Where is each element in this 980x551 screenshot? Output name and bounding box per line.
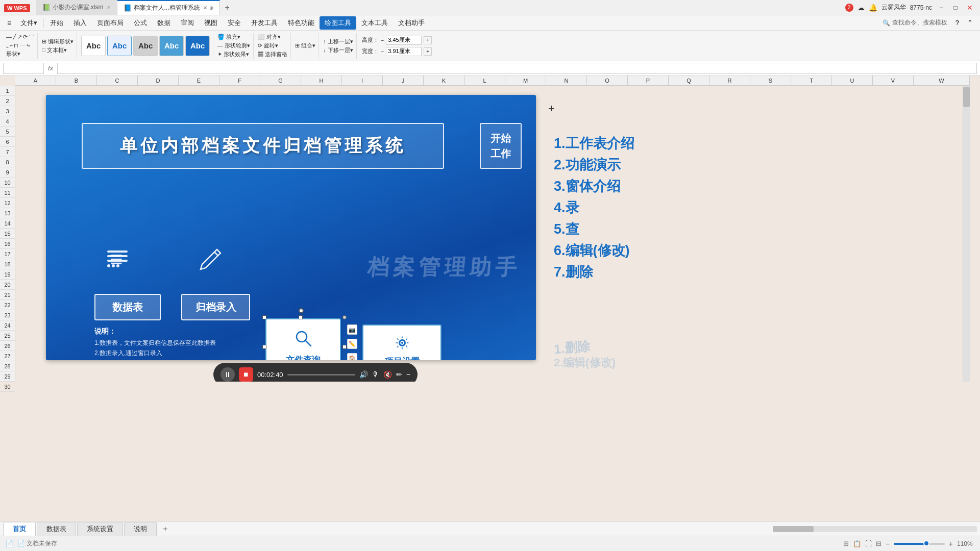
menu-page-layout[interactable]: 页面布局 <box>92 16 129 30</box>
menu-dev-tools[interactable]: 开发工具 <box>246 16 283 30</box>
sidebar-item-7[interactable]: 7.删除 <box>554 263 634 281</box>
menu-data[interactable]: 数据 <box>152 16 176 30</box>
sidebar-item-4[interactable]: 4.录 <box>554 198 634 217</box>
effect-btn[interactable]: ✦ 形状效果▾ <box>217 51 250 58</box>
media-icon-4[interactable]: ✏ <box>396 370 402 379</box>
cloud-icon[interactable]: ☁ <box>857 4 865 12</box>
menu-draw-tool[interactable]: 绘图工具 <box>320 16 356 30</box>
style-btn-4[interactable]: Abc <box>159 36 184 56</box>
namebox[interactable] <box>3 63 44 74</box>
maximize-btn[interactable]: □ <box>950 3 961 13</box>
col-U: U <box>832 76 873 85</box>
tab-xlsm[interactable]: 📗 小影办公课室.xlsm ✕ <box>36 0 117 15</box>
align-btn[interactable]: ⬜ 对齐▾ <box>258 33 287 41</box>
col-G: G <box>260 76 301 85</box>
menu-hamburger[interactable]: ≡ <box>3 17 15 29</box>
close-btn[interactable]: ✕ <box>965 3 975 13</box>
text-box-btn[interactable]: □ 文本框▾ <box>42 46 74 54</box>
select-pane-btn[interactable]: ☰ 选择窗格 <box>258 51 287 58</box>
col-R: R <box>709 76 750 85</box>
minimize-btn[interactable]: − <box>936 3 946 13</box>
fill-btn[interactable]: 🪣 填充▾ <box>217 33 250 41</box>
zoom-slider[interactable] <box>894 543 945 545</box>
shape-btn[interactable]: 形状▾ <box>6 50 34 58</box>
volume-icon[interactable]: 🔊 <box>359 370 368 379</box>
style-btn-5[interactable]: Abc <box>185 36 210 56</box>
send-back-btn[interactable]: ↓ 下移一层▾ <box>323 46 353 54</box>
bell-icon[interactable]: 🔔 <box>869 4 877 12</box>
menu-view[interactable]: 视图 <box>199 16 223 30</box>
vertical-scrollbar[interactable] <box>963 86 970 382</box>
sidebar-item-5[interactable]: 5.查 <box>554 220 634 238</box>
menu-doc-helper[interactable]: 文档助手 <box>393 16 430 30</box>
view-page-icon[interactable]: 📋 <box>853 540 861 547</box>
zoom-in-btn[interactable]: + <box>949 540 953 548</box>
expand-btn[interactable]: ⌃ <box>963 17 977 29</box>
row-29: 29 <box>0 371 15 382</box>
col-J: J <box>383 76 424 85</box>
media-icon-5[interactable]: − <box>406 370 410 379</box>
menu-review[interactable]: 审阅 <box>176 16 199 30</box>
sel-handle-tl <box>262 315 266 319</box>
rotate-btn[interactable]: ⟳ 旋转▾ <box>258 42 287 49</box>
width-label: 宽度： <box>362 47 379 55</box>
sidebar-item-2[interactable]: 2.功能演示 <box>554 156 634 174</box>
menu-home[interactable]: 开始 <box>45 16 68 30</box>
sheet-add-btn[interactable]: + <box>158 522 173 536</box>
search-bar[interactable]: 🔍查找命令、搜索模板 <box>878 18 951 27</box>
stop-btn[interactable]: ⏹ <box>239 367 253 382</box>
media-icon-2[interactable]: 🎙 <box>372 370 379 379</box>
zoom-level: 110% <box>957 540 975 547</box>
view-normal-icon[interactable]: ⊞ <box>843 540 849 547</box>
notification-badge[interactable]: 2 <box>845 4 853 12</box>
view-full-icon[interactable]: ⛶ <box>865 540 872 547</box>
resolution: 8775-nc <box>910 4 932 11</box>
menu-special[interactable]: 特色功能 <box>283 16 320 30</box>
height-plus[interactable]: + <box>424 36 432 44</box>
style-btn-1[interactable]: Abc <box>81 36 106 56</box>
sheet-tab-data[interactable]: 数据表 <box>37 522 76 536</box>
data-table-btn[interactable]: 数据表 <box>94 294 161 320</box>
style-btn-2[interactable]: Abc <box>107 36 132 56</box>
menu-formula[interactable]: 公式 <box>129 16 152 30</box>
outline-btn[interactable]: — 形状轮廓▾ <box>217 42 250 49</box>
group-btn[interactable]: ⊞ 组合▾ <box>295 42 315 49</box>
row-19: 19 <box>0 269 15 280</box>
sheet-tab-settings[interactable]: 系统设置 <box>77 522 123 536</box>
formula-input[interactable] <box>57 63 977 74</box>
height-input[interactable] <box>386 36 422 45</box>
bring-forward-btn[interactable]: ↑ 上移一层▾ <box>323 38 353 45</box>
archive-input-btn[interactable]: 归档录入 <box>181 294 250 320</box>
rotate-handle[interactable] <box>299 308 304 313</box>
media-icon-3[interactable]: 🔇 <box>383 370 392 379</box>
tab-active[interactable]: 📘 档案文件人...档管理系统 ✕ ⊕ <box>117 0 220 15</box>
sel-handle-mr <box>342 345 347 349</box>
tab-add[interactable]: + <box>220 3 235 12</box>
help-btn[interactable]: ? <box>951 17 963 29</box>
menu-insert[interactable]: 插入 <box>68 16 92 30</box>
svg-line-1 <box>305 340 311 346</box>
menu-security[interactable]: 安全 <box>223 16 246 30</box>
row-1: 1 <box>0 86 15 96</box>
proj-settings-box[interactable]: 项目设置 <box>362 324 442 360</box>
menu-text-tool[interactable]: 文本工具 <box>356 16 393 30</box>
sidebar-item-6[interactable]: 6.编辑(修改) <box>554 241 634 260</box>
media-progress-bar[interactable] <box>287 374 355 375</box>
view-split-icon[interactable]: ⊟ <box>876 540 881 547</box>
row-23: 23 <box>0 310 15 320</box>
sidebar-item-1[interactable]: 1.工作表介绍 <box>554 134 634 153</box>
start-work-btn[interactable]: 开始工作 <box>480 123 522 169</box>
width-plus[interactable]: + <box>424 47 432 56</box>
zoom-out-btn[interactable]: − <box>886 540 890 548</box>
style-btn-3[interactable]: Abc <box>133 36 158 56</box>
sheet-tab-notes[interactable]: 说明 <box>124 522 157 536</box>
width-input[interactable] <box>386 47 422 56</box>
wps-logo[interactable]: W WPS <box>0 2 34 13</box>
edit-shape-btn[interactable]: ⊞ 编辑形状▾ <box>42 38 74 45</box>
pause-btn[interactable]: ⏸ <box>220 367 235 382</box>
sheet-tab-home[interactable]: 首页 <box>3 522 36 536</box>
menu-file[interactable]: 文件▾ <box>15 16 42 30</box>
sidebar-item-3[interactable]: 3.窗体介绍 <box>554 177 634 195</box>
file-query-box[interactable]: 文件查询 <box>265 318 341 360</box>
horizontal-scrollbar[interactable] <box>773 526 977 532</box>
